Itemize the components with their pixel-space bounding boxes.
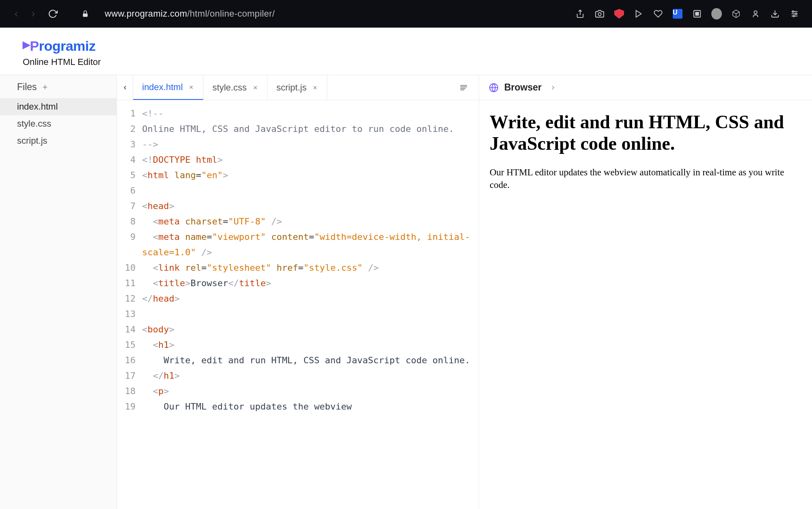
- browser-toolbar: U: [575, 9, 800, 19]
- app-container: ▸Programiz Online HTML Editor Files + in…: [0, 28, 812, 509]
- tab-label: index.html: [142, 82, 183, 93]
- share-icon[interactable]: [575, 9, 585, 19]
- file-item[interactable]: script.js: [0, 132, 117, 149]
- main-area: Files + index.htmlstyle.cssscript.js ind…: [0, 75, 812, 509]
- globe-icon: [489, 83, 499, 93]
- svg-point-12: [793, 11, 794, 13]
- code-editor[interactable]: 12345678910111213141516171819 <!--Online…: [117, 100, 479, 509]
- tab-label: script.js: [276, 82, 307, 93]
- download-icon[interactable]: [770, 9, 780, 19]
- file-list: index.htmlstyle.cssscript.js: [0, 98, 117, 149]
- tab-label: style.css: [212, 82, 246, 93]
- close-icon[interactable]: [253, 85, 258, 91]
- sidebar-header: Files +: [0, 75, 117, 98]
- sidebar-title: Files: [17, 82, 37, 93]
- user-icon[interactable]: [750, 9, 761, 19]
- preview-heading: Write, edit and run HTML, CSS and JavaSc…: [490, 112, 801, 155]
- svg-marker-3: [636, 11, 641, 17]
- chevron-right-icon[interactable]: [550, 84, 556, 91]
- extension-icon-2[interactable]: [692, 9, 702, 19]
- send-icon[interactable]: [633, 9, 644, 19]
- preview-paragraph: Our HTML editor updates the webview auto…: [490, 166, 801, 191]
- settings-icon[interactable]: [789, 9, 800, 19]
- logo[interactable]: ▸Programiz: [23, 37, 789, 54]
- page-subtitle: Online HTML Editor: [23, 57, 789, 67]
- file-item[interactable]: style.css: [0, 115, 117, 132]
- svg-point-2: [598, 13, 601, 15]
- close-icon[interactable]: [312, 85, 318, 91]
- app-header: ▸Programiz Online HTML Editor: [0, 28, 812, 75]
- editor-tab[interactable]: script.js: [268, 75, 328, 100]
- extension-icon-1[interactable]: U: [672, 9, 683, 19]
- preview-column: Browser Write, edit and run HTML, CSS an…: [479, 75, 812, 509]
- preview-body: Write, edit and run HTML, CSS and JavaSc…: [479, 100, 812, 203]
- tabs-row: index.htmlstyle.cssscript.js: [117, 75, 479, 100]
- line-gutter: 12345678910111213141516171819: [117, 106, 142, 509]
- camera-icon[interactable]: [594, 9, 605, 19]
- back-button[interactable]: [12, 10, 19, 17]
- editor-column: index.htmlstyle.cssscript.js 12345678910…: [117, 75, 479, 509]
- svg-rect-5: [695, 12, 698, 15]
- format-code-icon[interactable]: [458, 83, 469, 92]
- editor-tab[interactable]: index.html: [133, 75, 203, 100]
- nav-arrows: [12, 10, 37, 17]
- shield-icon[interactable]: [614, 9, 624, 19]
- svg-point-14: [793, 15, 795, 17]
- url-bar[interactable]: www.programiz.com/html/online-compiler/: [105, 9, 564, 19]
- add-file-button[interactable]: +: [43, 82, 48, 93]
- browser-top-bar: www.programiz.com/html/online-compiler/ …: [0, 0, 812, 28]
- lock-icon: [81, 10, 89, 18]
- scroll-tabs-left[interactable]: [117, 75, 133, 100]
- refresh-button[interactable]: [48, 9, 58, 19]
- avatar-icon[interactable]: [711, 9, 722, 19]
- forward-button[interactable]: [29, 10, 37, 17]
- preview-title: Browser: [504, 82, 542, 93]
- close-icon[interactable]: [188, 84, 194, 90]
- preview-header: Browser: [479, 75, 812, 100]
- code-content[interactable]: <!--Online HTML, CSS and JavaScript edit…: [142, 106, 479, 509]
- svg-point-13: [795, 13, 797, 15]
- editor-tab[interactable]: style.css: [203, 75, 267, 100]
- heart-icon[interactable]: [653, 9, 663, 19]
- svg-point-7: [754, 11, 757, 14]
- url-domain: www.programiz.com: [105, 9, 187, 19]
- file-item[interactable]: index.html: [0, 98, 117, 115]
- cube-icon[interactable]: [731, 9, 741, 19]
- svg-rect-0: [83, 13, 88, 17]
- url-path: /html/online-compiler/: [187, 9, 275, 19]
- file-sidebar: Files + index.htmlstyle.cssscript.js: [0, 75, 117, 509]
